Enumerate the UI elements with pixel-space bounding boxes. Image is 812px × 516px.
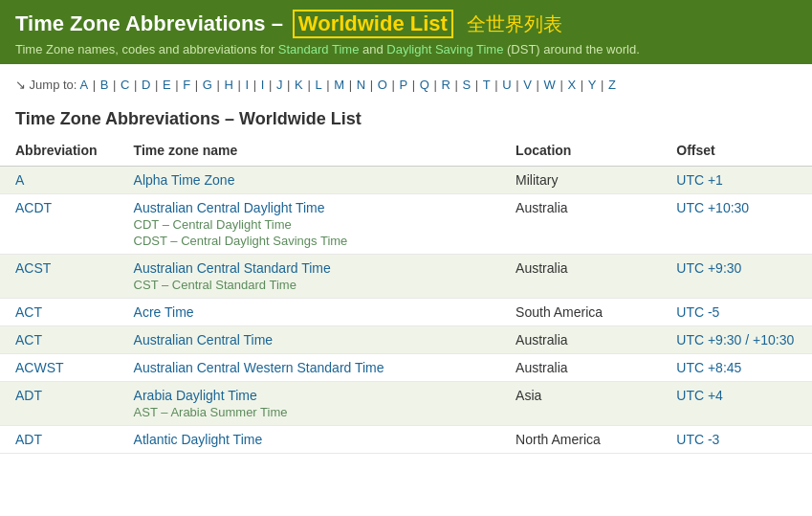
abbr-link[interactable]: ACST (15, 260, 51, 276)
chinese-label: 全世界列表 (467, 13, 562, 34)
jump-link-g[interactable]: G (203, 78, 212, 92)
table-row: ACTAcre TimeSouth AmericaUTC -5 (0, 299, 812, 326)
timezone-name-link[interactable]: Australian Central Standard Time (134, 260, 331, 276)
abbr-link[interactable]: ACT (15, 304, 42, 320)
subtitle-before: Time Zone names, codes and abbreviations… (15, 42, 278, 56)
jump-link-m[interactable]: M (334, 78, 344, 92)
cell-timezone-name: Australian Central Standard TimeCST – Ce… (119, 255, 500, 299)
offset-value: UTC +10:30 (676, 200, 749, 215)
offset-value: UTC +9:30 (676, 260, 741, 276)
cell-offset: UTC -5 (661, 299, 812, 326)
cell-location: Australia (500, 194, 661, 255)
cell-offset: UTC +4 (661, 382, 812, 426)
cell-abbreviation: ACT (0, 326, 119, 354)
jump-link-e[interactable]: E (163, 78, 171, 92)
offset-value: UTC +4 (676, 388, 723, 403)
abbr-link[interactable]: ACWST (15, 360, 64, 375)
cell-abbreviation: ACST (0, 255, 119, 299)
jump-link-w[interactable]: W (544, 78, 556, 92)
cell-abbreviation: ADT (0, 426, 119, 454)
jump-link-o[interactable]: O (378, 78, 387, 92)
cell-offset: UTC +8:45 (661, 354, 812, 382)
standard-time-label: Standard Time (278, 42, 360, 56)
col-abbreviation: Abbreviation (0, 135, 119, 167)
abbr-link[interactable]: A (15, 172, 24, 188)
jump-link-y[interactable]: Y (588, 78, 597, 92)
cell-timezone-name: Arabia Daylight TimeAST – Arabia Summer … (119, 382, 500, 426)
jump-link-h[interactable]: H (225, 78, 233, 92)
jump-link-p[interactable]: P (399, 78, 407, 92)
timezone-name-link[interactable]: Arabia Daylight Time (134, 388, 257, 403)
page-header: Time Zone Abbreviations – Worldwide List… (0, 0, 812, 64)
jump-link-u[interactable]: U (502, 78, 511, 92)
jump-link-c[interactable]: C (121, 78, 129, 92)
jump-link-t[interactable]: T (483, 78, 491, 92)
abbr-link[interactable]: ACDT (15, 200, 52, 215)
jump-link-x[interactable]: X (567, 78, 576, 92)
header-title-prefix: Time Zone Abbreviations – (15, 11, 283, 35)
cell-abbreviation: ACDT (0, 194, 119, 255)
dst-label: (DST) (503, 42, 539, 56)
cell-offset: UTC +1 (661, 167, 812, 194)
jump-link-d[interactable]: D (142, 78, 150, 92)
cell-abbreviation: A (0, 167, 119, 194)
cell-offset: UTC +10:30 (661, 194, 812, 255)
table-row: ACWSTAustralian Central Western Standard… (0, 354, 812, 382)
header-title-row: Time Zone Abbreviations – Worldwide List… (15, 10, 797, 38)
jump-link-q[interactable]: Q (420, 78, 429, 92)
cell-location: Australia (500, 326, 661, 354)
offset-value: UTC +8:45 (676, 360, 741, 375)
jump-link-i2[interactable]: I (261, 78, 265, 92)
table-row: AAlpha Time ZoneMilitaryUTC +1 (0, 167, 812, 194)
jump-link-s[interactable]: S (462, 78, 471, 92)
abbr-link[interactable]: ACT (15, 332, 42, 348)
table-row: ADTAtlantic Daylight TimeNorth AmericaUT… (0, 426, 812, 454)
cell-offset: UTC +9:30 / +10:30 (661, 326, 812, 354)
jump-label: ↘ Jump to: (15, 78, 77, 92)
cell-offset: UTC -3 (661, 426, 812, 454)
jump-link-b[interactable]: B (100, 78, 109, 92)
cell-timezone-name: Australian Central Time (119, 326, 500, 354)
jump-link-j[interactable]: J (276, 78, 283, 92)
worldwide-box: Worldwide List (293, 10, 453, 38)
abbr-link[interactable]: ADT (15, 388, 42, 403)
timezone-name-link[interactable]: Atlantic Daylight Time (134, 432, 263, 447)
abbr-link[interactable]: ADT (15, 432, 42, 447)
cell-location: Asia (500, 382, 661, 426)
jump-link-i[interactable]: I (246, 78, 250, 92)
jump-link-l[interactable]: L (315, 78, 321, 92)
cell-timezone-name: Alpha Time Zone (119, 167, 500, 194)
timezone-sub-name: CST – Central Standard Time (134, 278, 485, 292)
timezone-sub-name: AST – Arabia Summer Time (134, 405, 485, 419)
cell-timezone-name: Australian Central Daylight TimeCDT – Ce… (119, 194, 500, 255)
cell-timezone-name: Atlantic Daylight Time (119, 426, 500, 454)
jump-link-r[interactable]: R (441, 78, 450, 92)
jump-link-n[interactable]: N (357, 78, 365, 92)
timezone-sub-name: CDST – Central Daylight Savings Time (134, 234, 485, 248)
jump-link-v[interactable]: V (523, 78, 532, 92)
cell-abbreviation: ACWST (0, 354, 119, 382)
section-title: Time Zone Abbreviations – Worldwide List (15, 109, 797, 129)
jump-link-f[interactable]: F (183, 78, 190, 92)
jump-link-z[interactable]: Z (608, 78, 616, 92)
table-row: ACDTAustralian Central Daylight TimeCDT … (0, 194, 812, 255)
timezone-sub-name: CDT – Central Daylight Time (134, 217, 485, 232)
daylight-time-label: Daylight Saving Time (386, 42, 503, 56)
jump-navigation: ↘ Jump to: A | B | C | D | E | F | G | H… (0, 64, 812, 100)
timezone-name-link[interactable]: Australian Central Western Standard Time (134, 360, 384, 375)
jump-link-a[interactable]: A (79, 78, 88, 92)
timezone-name-link[interactable]: Alpha Time Zone (134, 172, 235, 188)
col-timezone-name: Time zone name (119, 135, 500, 167)
timezone-name-link[interactable]: Australian Central Time (134, 332, 274, 348)
timezone-name-link[interactable]: Acre Time (134, 304, 194, 320)
jump-link-k[interactable]: K (295, 78, 303, 92)
subtitle-after: around the world. (540, 42, 640, 56)
subtitle-and: and (359, 42, 386, 56)
timezone-name-link[interactable]: Australian Central Daylight Time (134, 200, 325, 215)
offset-value: UTC -5 (676, 304, 719, 320)
timezone-table: Abbreviation Time zone name Location Off… (0, 135, 812, 454)
cell-location: Australia (500, 255, 661, 299)
cell-offset: UTC +9:30 (661, 255, 812, 299)
worldwide-label: Worldwide List (298, 11, 448, 35)
table-row: ACSTAustralian Central Standard TimeCST … (0, 255, 812, 299)
